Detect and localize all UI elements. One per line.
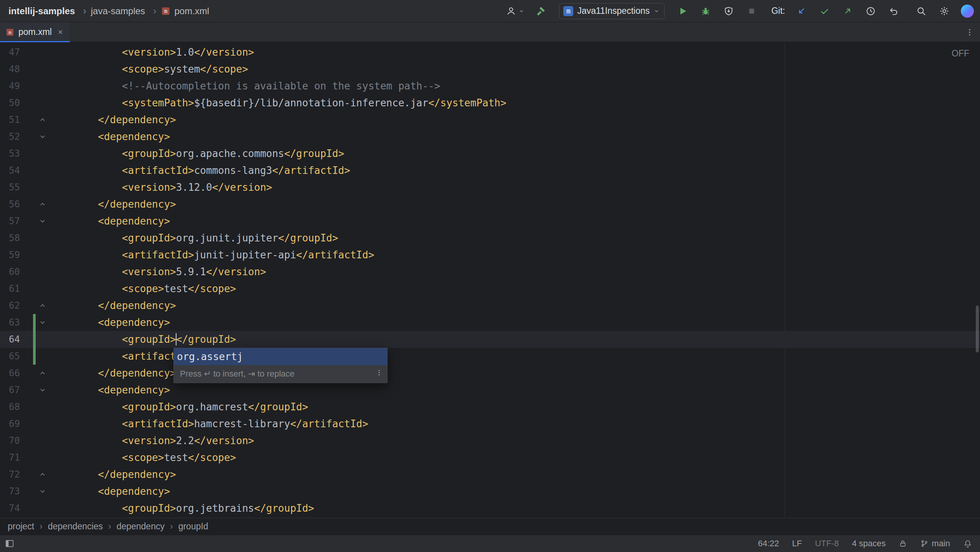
line-number[interactable]: 56 (0, 196, 20, 213)
line-number[interactable]: 73 (0, 483, 20, 500)
caret-position-widget[interactable]: 64:22 (758, 539, 779, 549)
code-line-54[interactable]: 54 <artifactId>commons-lang3</artifactId… (0, 162, 980, 179)
git-branch-widget[interactable]: main (920, 539, 950, 549)
code-line-62[interactable]: 62 </dependency> (0, 297, 980, 314)
code-line-65[interactable]: 65 <artifactId></artifactId> (0, 348, 980, 365)
code-line-53[interactable]: 53 <groupId>org.apache.commons</groupId> (0, 145, 980, 162)
breadcrumb-module[interactable]: java-samples (91, 5, 157, 17)
fold-end-icon[interactable] (37, 111, 48, 128)
line-number[interactable]: 64 (0, 331, 20, 348)
code-line-56[interactable]: 56 </dependency> (0, 196, 980, 213)
code-line-67[interactable]: 67 <dependency> (0, 382, 980, 398)
stop-button[interactable] (745, 5, 758, 18)
line-number[interactable]: 49 (0, 78, 20, 94)
line-number[interactable]: 52 (0, 128, 20, 145)
code-line-60[interactable]: 60 <version>5.9.1</version> (0, 263, 980, 280)
code-with-me-button[interactable] (505, 5, 525, 18)
breadcrumb-item[interactable]: groupId (178, 521, 208, 532)
code-line-58[interactable]: 58 <groupId>org.junit.jupiter</groupId> (0, 230, 980, 246)
run-button[interactable] (676, 5, 689, 18)
line-number[interactable]: 60 (0, 263, 20, 280)
completion-options-kebab-icon[interactable] (376, 369, 383, 379)
line-number[interactable]: 66 (0, 365, 20, 382)
profile-avatar[interactable] (961, 5, 974, 18)
code-line-74[interactable]: 74 <groupId>org.jetbrains</groupId> (0, 500, 980, 517)
git-push-button[interactable] (841, 5, 854, 18)
line-number[interactable]: 50 (0, 94, 20, 111)
vertical-scrollbar-thumb[interactable] (976, 306, 979, 352)
code-line-61[interactable]: 61 <scope>test</scope> (0, 280, 980, 297)
line-number[interactable]: 54 (0, 162, 20, 179)
build-hammer-icon[interactable] (535, 5, 548, 18)
code-line-57[interactable]: 57 <dependency> (0, 213, 980, 230)
line-number[interactable]: 74 (0, 500, 20, 517)
tab-pom-xml[interactable]: m pom.xml (0, 22, 70, 42)
line-number[interactable]: 59 (0, 246, 20, 263)
breadcrumb-item[interactable]: dependency (117, 521, 178, 532)
code-line-52[interactable]: 52 <dependency> (0, 128, 980, 145)
line-number[interactable]: 63 (0, 314, 20, 331)
breadcrumb-project[interactable]: intellij-samples (8, 5, 86, 17)
line-number[interactable]: 67 (0, 382, 20, 398)
settings-gear-icon[interactable] (938, 5, 951, 18)
line-number[interactable]: 58 (0, 230, 20, 246)
code-line-47[interactable]: 47 <version>1.0</version> (0, 44, 980, 61)
line-number[interactable]: 65 (0, 348, 20, 365)
breadcrumb-item[interactable]: project (8, 521, 48, 532)
encoding-widget[interactable]: UTF-8 (815, 539, 839, 549)
line-number[interactable]: 68 (0, 398, 20, 415)
fold-end-icon[interactable] (37, 466, 48, 483)
history-button[interactable] (864, 5, 877, 18)
lock-icon[interactable] (899, 539, 907, 548)
run-configuration-select[interactable]: m Java11Inspections (559, 3, 665, 19)
line-number[interactable]: 51 (0, 111, 20, 128)
code-line-49[interactable]: 49 <!--Autocompletion is available on th… (0, 78, 980, 94)
line-number[interactable]: 53 (0, 145, 20, 162)
line-number[interactable]: 70 (0, 432, 20, 449)
tab-options-kebab-icon[interactable] (965, 27, 980, 37)
line-number[interactable]: 57 (0, 213, 20, 230)
code-line-73[interactable]: 73 <dependency> (0, 483, 980, 500)
code-line-50[interactable]: 50 <systemPath>${basedir}/lib/annotation… (0, 94, 980, 111)
close-tab-icon[interactable] (57, 29, 64, 35)
code-line-70[interactable]: 70 <version>2.2</version> (0, 432, 980, 449)
tool-window-layout-icon[interactable] (5, 539, 15, 549)
code-line-72[interactable]: 72 </dependency> (0, 466, 980, 483)
fold-end-icon[interactable] (37, 196, 48, 213)
fold-start-icon[interactable] (37, 213, 48, 230)
notifications-bell-icon[interactable] (963, 539, 972, 548)
fold-start-icon[interactable] (37, 314, 48, 331)
line-number[interactable]: 69 (0, 415, 20, 432)
line-separator-widget[interactable]: LF (792, 539, 802, 549)
fold-end-icon[interactable] (37, 365, 48, 382)
fold-end-icon[interactable] (37, 297, 48, 314)
line-number[interactable]: 47 (0, 44, 20, 61)
code-line-66[interactable]: 66 </dependency> (0, 365, 980, 382)
fold-start-icon[interactable] (37, 128, 48, 145)
line-number[interactable]: 62 (0, 297, 20, 314)
debug-button[interactable] (699, 5, 712, 18)
breadcrumb-item[interactable]: dependencies (48, 521, 117, 532)
line-number[interactable]: 61 (0, 280, 20, 297)
code-line-68[interactable]: 68 <groupId>org.hamcrest</groupId> (0, 398, 980, 415)
fold-start-icon[interactable] (37, 382, 48, 398)
code-line-63[interactable]: 63 <dependency> (0, 314, 980, 331)
search-everywhere-button[interactable] (915, 5, 928, 18)
run-with-coverage-button[interactable] (722, 5, 735, 18)
code-line-48[interactable]: 48 <scope>system</scope> (0, 61, 980, 78)
code-line-71[interactable]: 71 <scope>test</scope> (0, 449, 980, 466)
line-number[interactable]: 72 (0, 466, 20, 483)
code-line-59[interactable]: 59 <artifactId>junit-jupiter-api</artifa… (0, 246, 980, 263)
rollback-button[interactable] (887, 5, 900, 18)
code-line-64[interactable]: 64 <groupId></groupId> (0, 331, 980, 348)
line-number[interactable]: 55 (0, 179, 20, 196)
indent-widget[interactable]: 4 spaces (852, 539, 886, 549)
line-number[interactable]: 71 (0, 449, 20, 466)
line-number[interactable]: 48 (0, 61, 20, 78)
git-commit-button[interactable] (818, 5, 831, 18)
completion-item-selected[interactable]: org.assertj (174, 348, 387, 365)
code-line-55[interactable]: 55 <version>3.12.0</version> (0, 179, 980, 196)
editor-pane[interactable]: 47 <version>1.0</version>48 <scope>syste… (0, 42, 980, 518)
inspection-highlight-widget[interactable]: OFF (952, 48, 969, 59)
git-update-project-button[interactable] (795, 5, 808, 18)
